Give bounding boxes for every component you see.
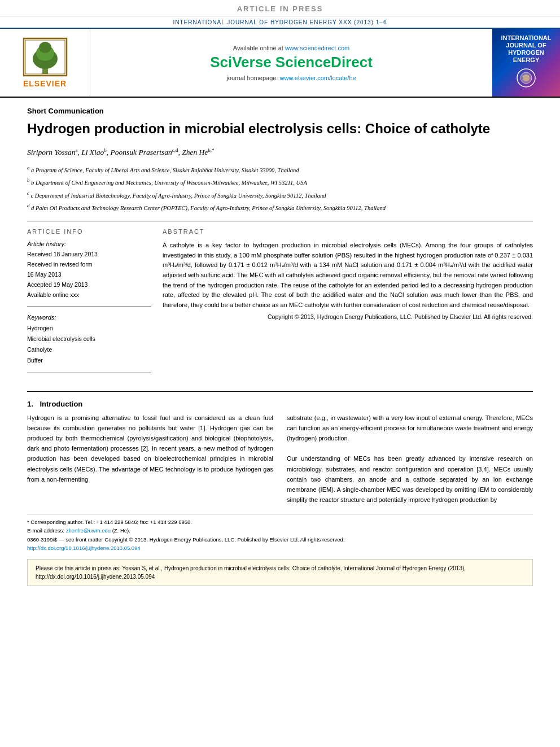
divider-1 [27,221,533,221]
abstract-col: ABSTRACT A catholyte is a key factor to … [163,228,533,380]
journal-title-header: INTERNATIONAL JOURNAL OF HYDROGEN ENERGY… [173,19,387,25]
footnote-doi: http://dx.doi.org/10.1016/j.ijhydene.201… [27,544,533,552]
introduction-right-col: substrate (e.g., in wastewater) with a v… [287,413,533,505]
keyword-1: Hydrogen [27,323,151,334]
journal-homepage-text: journal homepage: www.elsevier.com/locat… [226,75,356,81]
footnote-area: * Corresponding author. Tel.: +1 414 229… [27,514,533,552]
authors-line: Siriporn Yossana, Li Xiaob, Poonsuk Pras… [27,146,533,158]
divider-end-left [27,373,151,373]
received-date: Received 18 January 2013 [27,250,151,260]
abstract-label: ABSTRACT [163,228,533,235]
author-3: Poonsuk Prasertsan [111,148,172,156]
revised-date: Received in revised form Received in rev… [27,260,151,280]
article-title: Hydrogen production in microbial electro… [27,120,533,137]
abstract-copyright: Copyright © 2013, Hydrogen Energy Public… [163,313,533,320]
conjunction-and: and [523,291,533,298]
keyword-4: Buffer [27,355,151,366]
journal-header-bar: INTERNATIONAL JOURNAL OF HYDROGEN ENERGY… [0,16,560,29]
author-2: Li Xiao [81,148,104,156]
article-info-col: ARTICLE INFO Article history: Received 1… [27,228,151,380]
citation-box: Please cite this article in press as: Yo… [27,559,533,586]
journal-homepage-link[interactable]: www.elsevier.com/locate/he [280,75,356,81]
article-info-label: ARTICLE INFO [27,228,151,235]
elsevier-logo-box: ELSEVIER [0,29,90,97]
article-history-title: Article history: [27,241,151,247]
elsevier-brand-text: ELSEVIER [23,79,67,88]
keyword-3: Catholyte [27,344,151,355]
footnote-doi-line: 0360-3199/$ — see front matter Copyright… [27,535,533,544]
introduction-heading: 1. Introduction [27,400,533,408]
affiliation-b: b b Department of Civil Engineering and … [27,176,533,187]
affiliation-d: d d Palm Oil Products and Technology Res… [27,202,533,213]
author-1: Siriporn Yossan [27,148,75,156]
divider-keywords [27,307,151,307]
sciverse-center: Available online at www.sciencedirect.co… [90,29,492,97]
email-link[interactable]: zhenhe@uwm.edu [66,527,111,534]
doi-link[interactable]: http://dx.doi.org/10.1016/j.ijhydene.201… [27,545,141,551]
affiliations: a a Program of Science, Faculty of Liber… [27,164,533,213]
footnote-corresponding: * Corresponding author. Tel.: +1 414 229… [27,518,533,526]
available-online: Available online xxx [27,290,151,300]
footnote-email: E-mail address: zhenhe@uwm.edu (Z. He). [27,526,533,535]
author-4: Zhen He [182,148,208,156]
keyword-2: Microbial electrolysis cells [27,334,151,344]
introduction-left-col: Hydrogen is a promising alternative to f… [27,413,273,505]
main-content: Short Communication Hydrogen production … [0,98,560,593]
svg-point-8 [523,75,530,81]
top-logo-area: ELSEVIER Available online at www.science… [0,29,560,98]
elsevier-tree-icon [23,37,68,77]
affiliation-a: a a Program of Science, Faculty of Liber… [27,164,533,175]
introduction-right-text: substrate (e.g., in wastewater) with a v… [287,413,533,505]
journal-cover-graphic [512,67,540,89]
article-info-abstract-section: ARTICLE INFO Article history: Received 1… [27,228,533,380]
article-in-press-text: ARTICLE IN PRESS [237,5,323,13]
affiliation-c: c c Department of Industrial Biotechnolo… [27,189,533,200]
abstract-text: A catholyte is a key factor to hydrogen … [163,241,533,310]
article-type: Short Communication [27,107,533,115]
introduction-two-col: Hydrogen is a promising alternative to f… [27,413,533,505]
sciverse-logo: SciVerse ScienceDirect [210,54,373,71]
article-in-press-banner: ARTICLE IN PRESS [0,0,560,16]
hydrogen-journal-box: International Journal ofHYDROGENENERGY [492,29,560,97]
introduction-left-text: Hydrogen is a promising alternative to f… [27,413,273,484]
keywords-label: Keywords: [27,314,151,321]
available-online-text: Available online at www.sciencedirect.co… [233,45,349,51]
introduction-section: 1. Introduction Hydrogen is a promising … [27,391,533,505]
available-online-link[interactable]: www.sciencedirect.com [285,45,349,51]
svg-point-3 [39,42,51,53]
accepted-date: Accepted 19 May 2013 [27,280,151,290]
hydrogen-journal-name-text: International Journal ofHYDROGENENERGY [497,34,555,64]
